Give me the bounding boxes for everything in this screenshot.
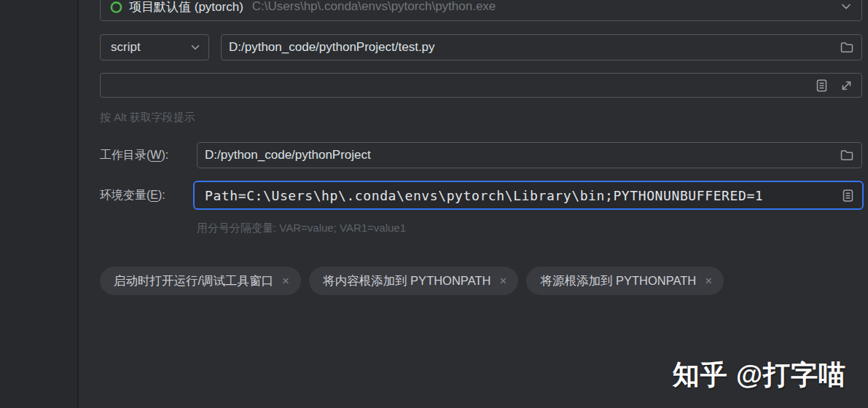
working-directory-label-suffix: ): [161, 149, 168, 161]
chevron-down-icon [189, 42, 201, 53]
env-variables-label-prefix: 环境变量( [100, 189, 150, 201]
working-directory-label: 工作目录(W): [100, 148, 168, 163]
interpreter-select[interactable]: 项目默认值 (pytorch) C:\Users\hp\.conda\envs\… [100, 0, 862, 21]
interpreter-path: C:\Users\hp\.conda\envs\pytorch\python.e… [252, 0, 834, 14]
left-panel [0, 0, 79, 408]
working-directory-value: D:/python_code/pythonProject [205, 148, 371, 162]
tag-add-content-roots-pythonpath[interactable]: 将内容根添加到 PYTHONPATH × [309, 267, 518, 295]
folder-icon[interactable] [840, 148, 854, 162]
tag-open-run-debug-window[interactable]: 启动时打开运行/调试工具窗口 × [100, 267, 301, 295]
watermark-text: 知乎 @打字喵 [673, 357, 846, 393]
chevron-down-icon [840, 0, 853, 13]
env-hint-text: 用分号分隔变量: VAR=value; VAR1=value1 [197, 221, 406, 235]
tag-label: 将源根添加到 PYTHONPATH [540, 273, 696, 289]
script-path-value: D:/python_code/pythonProject/test.py [229, 40, 435, 55]
close-icon[interactable]: × [282, 275, 289, 287]
folder-icon[interactable] [840, 40, 854, 55]
env-variables-mnemonic: E [150, 189, 158, 201]
tag-add-source-roots-pythonpath[interactable]: 将源根添加到 PYTHONPATH × [526, 267, 724, 295]
interpreter-name: 项目默认值 (pytorch) [129, 0, 243, 15]
variables-list-icon[interactable] [815, 79, 829, 93]
script-parameters-input[interactable] [100, 73, 862, 98]
close-icon[interactable]: × [499, 275, 507, 287]
tag-label: 启动时打开运行/调试工具窗口 [114, 273, 273, 289]
working-directory-label-prefix: 工作目录( [100, 149, 150, 161]
target-type-select[interactable]: script [100, 34, 209, 60]
expand-field-icon[interactable] [839, 78, 854, 93]
env-variables-label: 环境变量(E): [100, 188, 165, 203]
env-variables-label-suffix: ): [158, 189, 165, 201]
alt-hint-text: 按 Alt 获取字段提示 [100, 111, 195, 125]
working-directory-input[interactable]: D:/python_code/pythonProject [197, 142, 862, 168]
env-variables-value: Path=C:\Users\hp\.conda\envs\pytorch\Lib… [205, 188, 763, 203]
target-type-value: script [111, 40, 141, 55]
variables-list-icon[interactable] [841, 189, 855, 203]
conda-environment-icon [109, 0, 123, 14]
option-tags-row: 启动时打开运行/调试工具窗口 × 将内容根添加到 PYTHONPATH × 将源… [100, 267, 724, 295]
close-icon[interactable]: × [705, 275, 712, 287]
env-variables-input[interactable]: Path=C:\Users\hp\.conda\envs\pytorch\Lib… [193, 181, 864, 210]
script-path-input[interactable]: D:/python_code/pythonProject/test.py [221, 34, 862, 60]
working-directory-mnemonic: W [150, 149, 161, 161]
tag-label: 将内容根添加到 PYTHONPATH [323, 273, 490, 289]
